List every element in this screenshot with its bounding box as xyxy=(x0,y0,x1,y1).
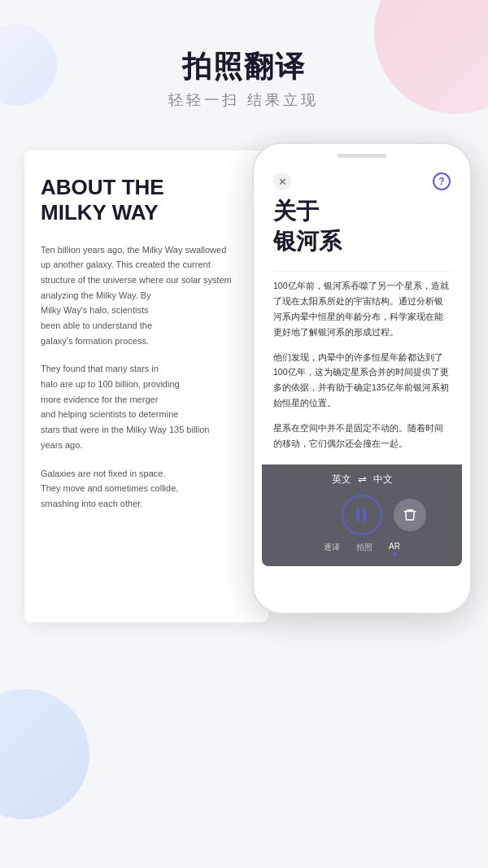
tab-ar-dot xyxy=(393,552,397,556)
tab-juyi[interactable]: 逐译 xyxy=(324,542,340,556)
article-para-3: Galaxies are not fixed in space.They mov… xyxy=(41,466,252,512)
pause-bar-right xyxy=(363,508,366,521)
pause-button[interactable] xyxy=(342,495,382,535)
translation-title: 关于银河系 xyxy=(273,197,451,256)
lang-to: 中文 xyxy=(373,473,393,486)
phone-bottom-overlay: 英文 ⇌ 中文 xyxy=(262,465,462,566)
phone-controls xyxy=(273,495,451,535)
lang-arrows-icon[interactable]: ⇌ xyxy=(358,473,367,486)
page-subtitle: 轻轻一扫 结果立现 xyxy=(16,90,472,110)
translation-para-1: 100亿年前，银河系吞噬了另一个星系，造就了现在太阳系所处的宇宙结构。通过分析银… xyxy=(273,278,451,340)
lang-from: 英文 xyxy=(332,473,351,486)
translation-card-header: ✕ ? xyxy=(273,172,451,190)
translation-para-2: 他们发现，内晕中的许多恒星年龄都达到了100亿年，这为确定星系合并的时间提供了更… xyxy=(273,350,451,412)
article-title: ABOUT THEMILKY WAY xyxy=(41,175,252,225)
phone-frame: ✕ ? 关于银河系 100亿年前，银河系吞噬了另一个星系，造就了现在太阳系所处的… xyxy=(252,142,472,614)
page-title: 拍照翻译 xyxy=(16,49,472,84)
article-para-2: They found that many stars inhalo are up… xyxy=(41,361,252,452)
article-para-1: Ten billion years ago, the Milky Way swa… xyxy=(41,242,252,349)
translation-para-3: 星系在空间中并不是固定不动的。随着时间的移动，它们偶尔还会撞在一起。 xyxy=(273,421,451,451)
bg-circle-bottom-left xyxy=(0,689,89,819)
phone-tabs: 逐译 拍照 AR xyxy=(273,542,451,561)
pause-bar-left xyxy=(356,508,359,521)
trash-icon xyxy=(403,508,417,522)
tab-ar[interactable]: AR xyxy=(389,542,400,556)
phone-top-bar xyxy=(254,144,470,163)
translation-divider xyxy=(273,271,451,272)
tab-paizao[interactable]: 拍照 xyxy=(356,542,373,556)
main-content: ABOUT THEMILKY WAY Ten billion years ago… xyxy=(0,142,488,647)
phone-mockup: ✕ ? 关于银河系 100亿年前，银河系吞噬了另一个星系，造就了现在太阳系所处的… xyxy=(252,142,472,614)
header: 拍照翻译 轻轻一扫 结果立现 xyxy=(0,0,488,126)
phone-notch xyxy=(338,154,386,158)
delete-button[interactable] xyxy=(394,499,426,531)
language-switcher: 英文 ⇌ 中文 xyxy=(273,473,451,486)
article-body: Ten billion years ago, the Milky Way swa… xyxy=(41,242,252,512)
pause-icon xyxy=(356,508,368,521)
phone-screen: ✕ ? 关于银河系 100亿年前，银河系吞噬了另一个星系，造就了现在太阳系所处的… xyxy=(262,163,462,566)
help-button[interactable]: ? xyxy=(433,172,451,190)
article-paper: ABOUT THEMILKY WAY Ten billion years ago… xyxy=(24,150,268,622)
close-button[interactable]: ✕ xyxy=(273,172,291,190)
